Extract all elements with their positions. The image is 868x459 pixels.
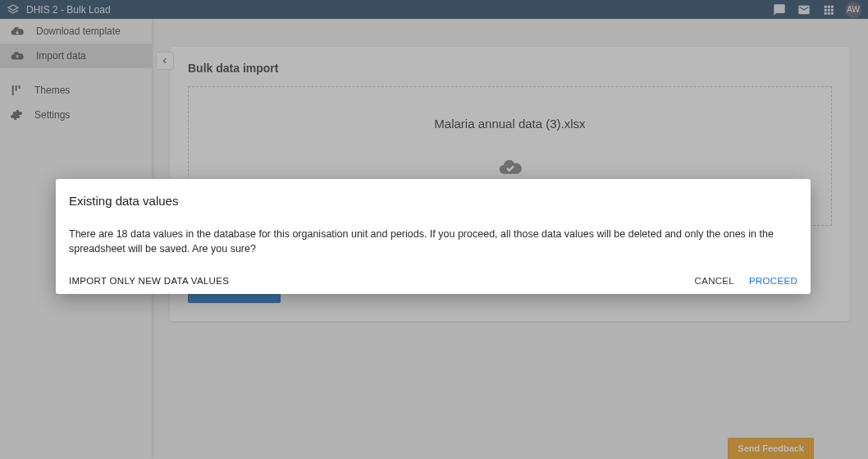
confirm-dialog: Existing data values There are 18 data v… <box>56 179 811 294</box>
dialog-actions: IMPORT ONLY NEW DATA VALUES CANCEL PROCE… <box>69 276 797 286</box>
proceed-button[interactable]: PROCEED <box>749 276 797 286</box>
import-only-new-button[interactable]: IMPORT ONLY NEW DATA VALUES <box>69 276 229 286</box>
dialog-body: There are 18 data values in the database… <box>69 227 797 256</box>
cancel-button[interactable]: CANCEL <box>695 276 734 286</box>
dialog-title: Existing data values <box>69 194 797 208</box>
